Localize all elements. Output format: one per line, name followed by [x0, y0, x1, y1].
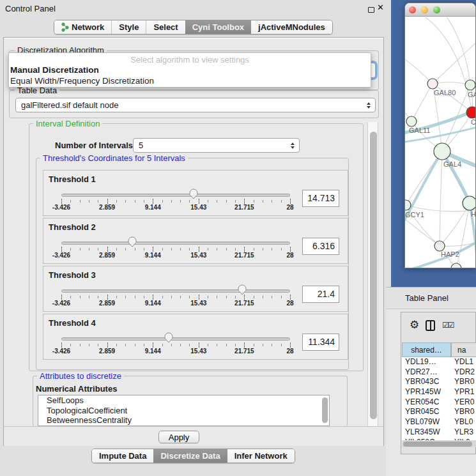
- network-edge[interactable]: [433, 82, 470, 85]
- popup-item-manual-discretization[interactable]: Manual Discretization: [9, 65, 371, 75]
- attribute-item[interactable]: TopologicalCoefficient: [38, 406, 329, 416]
- network-canvas[interactable]: GAL80GACGAL11GAL4GCY1HHAP2: [405, 17, 476, 268]
- tick-label: 28: [286, 348, 293, 355]
- node-label-gcy1: GCY1: [405, 211, 424, 219]
- panel-scrollbar-thumb[interactable]: [370, 132, 377, 419]
- minimize-traffic-light-icon[interactable]: [421, 6, 428, 13]
- network-edge[interactable]: [405, 56, 433, 84]
- cell-shared-name: YBL079W: [402, 417, 454, 427]
- table-rows: YDL19…YDL1YDR27…YDR2YBR043CYBR0YPR145WYP…: [402, 357, 476, 447]
- tick-label: 15.43: [190, 300, 206, 307]
- slider-thumb[interactable]: [237, 284, 247, 298]
- panel-scrollbar[interactable]: [367, 122, 378, 426]
- attribute-item[interactable]: BetweennessCentrality: [38, 415, 329, 426]
- cell-name: YLR3: [454, 427, 473, 438]
- table-row[interactable]: YDL19…YDL1: [402, 357, 476, 367]
- table-data-combo[interactable]: galFiltered.sif default node: [15, 98, 376, 112]
- threshold-value-field[interactable]: 11.344: [302, 334, 339, 351]
- tab-network[interactable]: Network: [54, 20, 111, 34]
- threshold-name: Threshold 3: [49, 270, 96, 280]
- tab-label: jActiveMNodules: [258, 22, 325, 32]
- tab-infer-network[interactable]: Infer Network: [227, 449, 295, 463]
- network-edge[interactable]: [440, 151, 442, 246]
- tab-jactivemnodules[interactable]: jActiveMNodules: [251, 20, 332, 34]
- tab-cyni-toolbox[interactable]: Cyni Toolbox: [185, 20, 251, 34]
- cell-name: YPR1: [454, 387, 474, 397]
- zoom-traffic-light-icon[interactable]: [433, 6, 440, 13]
- tab-label: Style: [119, 22, 139, 32]
- table-panel-body: ⚙ ☑☑ shared…na YDL19…YDL1YDR27…YDR2YBR04…: [386, 309, 476, 476]
- slider-track[interactable]: [61, 194, 290, 197]
- tick-label: 2.859: [99, 300, 115, 307]
- column-header-2[interactable]: na: [451, 342, 476, 357]
- network-edge[interactable]: [443, 17, 470, 85]
- table-row[interactable]: YBR043CYBR0: [402, 377, 476, 387]
- table-horizontal-scrollbar[interactable]: [402, 440, 476, 447]
- number-of-intervals-value: 5: [139, 141, 143, 150]
- stepper-arrows-icon: [367, 102, 371, 109]
- tick-label: 2.859: [99, 348, 115, 355]
- threshold-value-field[interactable]: 21.4: [302, 286, 339, 303]
- network-edge[interactable]: [411, 84, 433, 121]
- table-row[interactable]: YER054CYER0: [402, 397, 476, 408]
- tab-style[interactable]: Style: [111, 20, 146, 34]
- table-row[interactable]: YBL079WYBL0: [402, 417, 476, 427]
- group-label: Attributes to discretize: [37, 371, 124, 381]
- close-icon[interactable]: ✕: [377, 3, 384, 12]
- threshold-value-field[interactable]: 14.713: [302, 190, 339, 207]
- column-layout-icon[interactable]: [426, 320, 435, 331]
- node-label-ga: GA: [468, 91, 476, 98]
- network-node[interactable]: [465, 80, 475, 90]
- apply-button[interactable]: Apply: [158, 431, 199, 443]
- slider-thumb[interactable]: [164, 332, 174, 346]
- network-edge[interactable]: [456, 203, 470, 268]
- tab-discretize-data[interactable]: Discretize Data: [153, 449, 227, 463]
- network-node[interactable]: [434, 241, 445, 251]
- threshold-value-field[interactable]: 6.316: [302, 238, 339, 255]
- network-node[interactable]: [427, 79, 438, 89]
- numerical-attributes-list[interactable]: SelfLoopsTopologicalCoefficientBetweenne…: [38, 395, 330, 426]
- network-edge[interactable]: [418, 17, 472, 112]
- cell-shared-name: YBR043C: [402, 377, 454, 387]
- select-columns-icon[interactable]: ☑☑: [442, 321, 454, 330]
- gear-icon[interactable]: ⚙: [410, 318, 419, 332]
- node-label-gal11: GAL11: [409, 127, 430, 134]
- number-of-intervals-combo[interactable]: 5: [133, 138, 300, 153]
- column-header-1[interactable]: shared…: [402, 342, 451, 357]
- list-scrollbar-thumb[interactable]: [322, 397, 328, 423]
- network-node[interactable]: [406, 116, 417, 127]
- tab-impute-data[interactable]: Impute Data: [92, 449, 153, 463]
- table-row[interactable]: YLR345WYLR3: [402, 427, 476, 438]
- table-panel-title: Table Panel: [405, 293, 449, 303]
- table-row[interactable]: YBR045CYBR0: [402, 407, 476, 417]
- slider-track[interactable]: [61, 242, 290, 245]
- node-label-gal80: GAL80: [434, 89, 456, 96]
- slider-track[interactable]: [61, 337, 290, 341]
- slider-thumb[interactable]: [127, 236, 137, 250]
- slider-track[interactable]: [61, 289, 290, 293]
- network-window-titlebar[interactable]: [405, 3, 475, 17]
- table-scrollbar-thumb[interactable]: [403, 441, 472, 447]
- network-node[interactable]: [434, 143, 450, 160]
- network-node[interactable]: [463, 196, 476, 210]
- table-row[interactable]: YDR27…YDR2: [402, 367, 476, 378]
- close-traffic-light-icon[interactable]: [409, 6, 416, 13]
- attribute-item[interactable]: SelfLoops: [38, 395, 329, 406]
- cell-shared-name: YDL19…: [402, 357, 454, 367]
- popup-item-equal-width-frequency-discretization[interactable]: Equal Width/Frequency Discretization: [9, 75, 371, 86]
- threshold-panel-4: Threshold 4-3.4262.8599.14415.4321.71528…: [43, 314, 348, 360]
- float-window-icon[interactable]: [368, 7, 374, 13]
- slider-thumb[interactable]: [188, 188, 199, 202]
- threshold-panel-1: Threshold 1-3.4262.8599.14415.4321.71528…: [43, 170, 348, 216]
- network-node[interactable]: [466, 107, 476, 118]
- table-row[interactable]: YPR145WYPR1: [402, 387, 476, 397]
- numerical-attributes-heading: Numerical Attributes: [36, 384, 117, 394]
- table-header-row: shared…na: [402, 342, 476, 357]
- tab-select[interactable]: Select: [146, 20, 185, 34]
- node-label-c: C: [471, 118, 476, 126]
- cell-name: YER0: [454, 397, 474, 408]
- number-of-intervals-label: Number of Intervals: [55, 141, 133, 150]
- network-edge[interactable]: [440, 203, 470, 246]
- tick-label: 21.715: [234, 252, 254, 259]
- tab-label: Network: [72, 22, 104, 32]
